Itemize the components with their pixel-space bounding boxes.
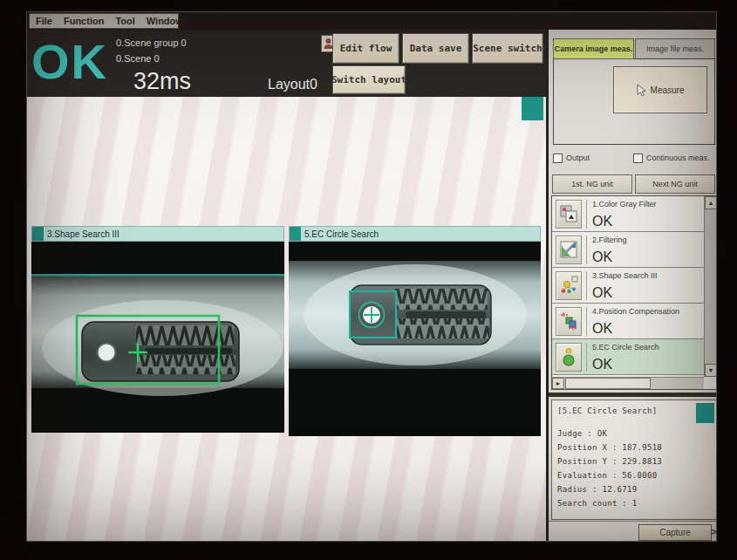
output-checkbox[interactable]: Output — [553, 151, 633, 165]
flow-unit-result: OK — [592, 358, 659, 372]
shape-search-icon — [559, 276, 578, 295]
overall-judge-status: OK — [31, 31, 108, 92]
flow-unit-title: 5.EC Circle Search — [592, 343, 659, 352]
viewport-title: 5.EC Circle Search — [301, 229, 379, 239]
control-panel: Camera image meas. Image file meas. Meas… — [546, 30, 717, 542]
viewport-accent-square — [290, 227, 301, 241]
horizontal-scroll-thumb[interactable] — [565, 378, 651, 389]
measure-panel: Measure — [553, 58, 715, 145]
scene-label: 0.Scene 0 — [116, 53, 160, 64]
flow-unit-color-gray-filter[interactable]: 1.Color Gray Filter OK — [552, 196, 704, 232]
flow-rows: 1.Color Gray Filter OK 2.Fi — [552, 196, 704, 377]
shape-search-image[interactable] — [31, 242, 284, 433]
menu-item-window[interactable]: Window — [147, 16, 183, 26]
detail-position-x: Position X : 187.9518 — [557, 440, 717, 454]
detail-radius: Radius : 12.6719 — [557, 482, 717, 496]
flow-unit-result: OK — [592, 286, 658, 300]
color-gray-filter-icon — [559, 204, 578, 223]
capture-row: Capture > — [549, 521, 717, 542]
scroll-up-icon: ▲ — [708, 200, 714, 206]
flow-unit-filtering[interactable]: 2.Filtering OK — [552, 232, 704, 268]
cursor-icon — [637, 84, 646, 97]
next-ng-unit-button[interactable]: Next NG unit — [635, 174, 715, 194]
tab-image-file-meas[interactable]: Image file meas. — [635, 38, 715, 59]
shape-search-overlay-graphic — [31, 242, 284, 433]
tab-camera-image-meas[interactable]: Camera image meas. — [553, 38, 634, 59]
status-header: OK 0.Scene group 0 0.Scene 0 32ms Layout… — [27, 30, 546, 97]
flow-unit-position-compensation[interactable]: 4.Position Compensation OK — [552, 304, 704, 339]
edit-flow-button[interactable]: Edit flow — [332, 33, 399, 64]
detail-search-count: Search count : 1 — [557, 496, 717, 510]
continuous-meas-checkbox[interactable]: Continuous meas. — [633, 151, 710, 165]
flow-list-vertical-scrollbar[interactable]: ▲ ▼ — [704, 196, 717, 377]
detail-title: [5.EC Circle Search] — [557, 406, 717, 415]
scroll-right-icon: ► — [556, 380, 562, 386]
flow-unit-result: OK — [592, 322, 679, 336]
menu-item-file[interactable]: File — [36, 16, 52, 26]
menu-box: File Function Tool Window — [29, 13, 179, 29]
flow-unit-result: OK — [592, 215, 657, 229]
viewport-header: 3.Shape Search III — [31, 226, 284, 242]
detail-separator — [549, 393, 717, 397]
layout-name: Layout0 — [268, 77, 317, 92]
detail-evaluation: Evaluation : 56.0000 — [557, 468, 717, 482]
menu-item-function[interactable]: Function — [64, 16, 104, 26]
scroll-up-button[interactable]: ▲ — [705, 196, 717, 209]
viewport-circle-search[interactable]: 5.EC Circle Search — [289, 226, 541, 436]
flow-unit-shape-search[interactable]: 3.Shape Search III OK — [552, 268, 704, 304]
menu-item-tool[interactable]: Tool — [115, 16, 134, 26]
flow-unit-result: OK — [592, 250, 627, 264]
circle-search-overlay-graphic — [289, 242, 541, 436]
unit-detail-panel: [5.EC Circle Search] Judge : OK Position… — [551, 400, 717, 520]
scroll-down-button[interactable]: ▼ — [705, 364, 717, 377]
main-accent-square — [522, 97, 543, 120]
viewport-header: 5.EC Circle Search — [289, 226, 541, 242]
vision-system-screen: File Function Tool Window OK 0.Scene gro… — [26, 11, 717, 542]
flow-unit-title: 4.Position Compensation — [592, 307, 679, 316]
output-checkbox-label: Output — [566, 154, 590, 162]
flow-list-horizontal-scrollbar[interactable]: ◄ ► — [552, 377, 704, 389]
detail-judge: Judge : OK — [557, 427, 717, 440]
position-compensation-icon — [559, 311, 578, 331]
flow-unit-title: 3.Shape Search III — [592, 271, 658, 280]
detail-position-y: Position Y : 229.8813 — [557, 454, 717, 468]
scene-switch-button[interactable]: Scene switch — [472, 33, 543, 64]
flow-unit-list: 1.Color Gray Filter OK 2.Fi — [551, 195, 717, 390]
viewport-title: 3.Shape Search III — [44, 229, 119, 239]
measure-button-label: Measure — [651, 85, 685, 95]
viewport-accent-square — [32, 227, 44, 241]
viewport-shape-search[interactable]: 3.Shape Search III — [31, 226, 284, 433]
flow-unit-title: 2.Filtering — [592, 236, 627, 244]
continuous-meas-checkbox-label: Continuous meas. — [646, 154, 710, 162]
scroll-down-icon: ▼ — [708, 367, 714, 373]
main-display-area: 3.Shape Search III — [27, 97, 546, 542]
next-page-arrow[interactable]: > — [710, 525, 717, 538]
capture-button[interactable]: Capture — [638, 524, 712, 541]
checkbox-row: Output Continuous meas. — [553, 151, 715, 165]
switch-layout-button[interactable]: Switch layout — [332, 65, 406, 94]
ec-circle-search-icon — [559, 347, 578, 366]
measure-time: 32ms — [133, 68, 191, 95]
flow-unit-ec-circle-search[interactable]: 5.EC Circle Search OK — [552, 339, 704, 375]
menu-bar: File Function Tool Window — [27, 12, 716, 30]
checkbox-box-icon — [633, 154, 643, 163]
measure-button[interactable]: Measure — [613, 66, 707, 113]
filtering-icon — [559, 240, 578, 259]
flow-unit-title: 1.Color Gray Filter — [592, 200, 657, 208]
first-ng-unit-button[interactable]: 1st. NG unit — [552, 174, 632, 194]
circle-search-image[interactable] — [289, 242, 541, 436]
scene-group-label: 0.Scene group 0 — [116, 38, 187, 48]
checkbox-box-icon — [553, 154, 563, 163]
scroll-right-button[interactable]: ► — [552, 378, 564, 389]
data-save-button[interactable]: Data save — [402, 33, 469, 64]
detail-accent-square — [696, 403, 714, 423]
